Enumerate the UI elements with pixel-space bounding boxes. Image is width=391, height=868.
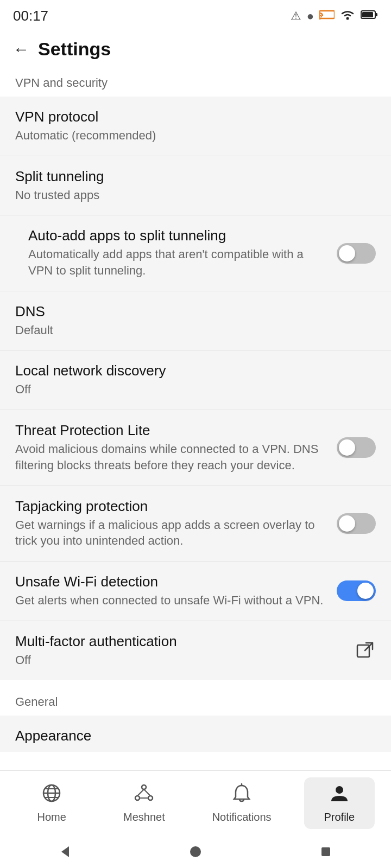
threat-protection-thumb — [339, 439, 355, 456]
auto-add-split-thumb — [339, 245, 355, 261]
nav-notifications[interactable]: Notifications — [201, 777, 282, 829]
battery-icon — [361, 9, 378, 23]
status-time: 00:17 — [13, 8, 48, 24]
threat-protection-text: Threat Protection Lite Avoid malicious d… — [15, 422, 337, 473]
split-tunneling-item[interactable]: Split tunneling No trusted apps — [0, 156, 391, 216]
vpn-protocol-item[interactable]: VPN protocol Automatic (recommended) — [0, 97, 391, 156]
local-network-title: Local network discovery — [15, 362, 367, 379]
svg-line-15 — [137, 789, 144, 796]
split-tunneling-text: Split tunneling No trusted apps — [15, 168, 376, 203]
svg-point-2 — [346, 17, 349, 20]
split-tunneling-subtitle: No trusted apps — [15, 187, 367, 203]
appearance-text: Appearance — [15, 727, 376, 746]
auto-add-split-subtitle: Automatically add apps that aren't compa… — [28, 246, 328, 278]
nav-profile-label: Profile — [324, 811, 355, 824]
mfa-title: Multi-factor authentication — [15, 633, 345, 650]
svg-point-12 — [142, 785, 146, 789]
back-button[interactable]: ← — [13, 40, 29, 59]
vpn-protocol-title: VPN protocol — [15, 108, 367, 125]
split-tunneling-title: Split tunneling — [15, 168, 367, 185]
nav-home[interactable]: Home — [16, 777, 87, 829]
alert-icon: ⚠ — [291, 9, 301, 23]
nav-meshnet[interactable]: Meshnet — [109, 777, 179, 829]
tapjacking-item[interactable]: Tapjacking protection Get warnings if a … — [0, 486, 391, 561]
sys-recent-button[interactable] — [318, 844, 334, 860]
bell-icon — [231, 783, 252, 808]
nav-profile[interactable]: Profile — [304, 777, 375, 829]
auto-add-split-item[interactable]: Auto-add apps to split tunneling Automat… — [0, 215, 391, 291]
scroll-content: VPN and security VPN protocol Automatic … — [0, 67, 391, 868]
sys-back-button[interactable] — [57, 844, 73, 860]
cast-icon — [319, 9, 335, 24]
auto-add-split-title: Auto-add apps to split tunneling — [28, 227, 328, 244]
svg-point-19 — [336, 786, 343, 794]
tapjacking-toggle[interactable] — [337, 513, 376, 534]
status-icons: ⚠ ● — [291, 9, 378, 24]
dns-item[interactable]: DNS Default — [0, 291, 391, 351]
mfa-text: Multi-factor authentication Off — [15, 633, 354, 668]
auto-add-split-toggle[interactable] — [337, 243, 376, 264]
unsafe-wifi-title: Unsafe Wi-Fi detection — [15, 573, 328, 590]
unsafe-wifi-subtitle: Get alerts when connected to unsafe Wi-F… — [15, 592, 328, 609]
threat-protection-item[interactable]: Threat Protection Lite Avoid malicious d… — [0, 410, 391, 486]
external-link-icon — [354, 640, 376, 661]
section-label-vpn: VPN and security — [0, 67, 391, 94]
page-title: Settings — [38, 39, 111, 60]
vpn-protocol-text: VPN protocol Automatic (recommended) — [15, 108, 376, 144]
threat-protection-title: Threat Protection Lite — [15, 422, 328, 439]
local-network-text: Local network discovery Off — [15, 362, 376, 398]
sys-home-button[interactable] — [187, 844, 204, 860]
section-label-general: General — [0, 686, 391, 713]
svg-rect-5 — [375, 13, 377, 16]
local-network-subtitle: Off — [15, 381, 367, 398]
tapjacking-title: Tapjacking protection — [15, 498, 328, 515]
nav-notifications-label: Notifications — [212, 811, 272, 824]
svg-rect-22 — [321, 847, 330, 856]
vpn-security-card: VPN protocol Automatic (recommended) Spl… — [0, 97, 391, 680]
status-bar: 00:17 ⚠ ● — [0, 0, 391, 29]
svg-line-16 — [144, 789, 150, 796]
wifi-icon — [340, 9, 355, 24]
unsafe-wifi-toggle[interactable] — [337, 580, 376, 601]
tapjacking-text: Tapjacking protection Get warnings if a … — [15, 498, 337, 549]
globe-icon — [41, 783, 62, 808]
unsafe-wifi-item[interactable]: Unsafe Wi-Fi detection Get alerts when c… — [0, 561, 391, 621]
threat-protection-subtitle: Avoid malicious domains while connected … — [15, 441, 328, 473]
auto-add-split-text: Auto-add apps to split tunneling Automat… — [28, 227, 337, 278]
bottom-nav: Home Meshnet Notifications — [0, 770, 391, 835]
meshnet-icon — [134, 783, 154, 808]
svg-point-13 — [135, 796, 140, 800]
dns-title: DNS — [15, 303, 367, 320]
general-card: Appearance — [0, 716, 391, 752]
nav-meshnet-label: Meshnet — [123, 811, 165, 824]
unsafe-wifi-text: Unsafe Wi-Fi detection Get alerts when c… — [15, 573, 337, 609]
appearance-item[interactable]: Appearance — [0, 716, 391, 752]
dns-subtitle: Default — [15, 322, 367, 339]
divider — [0, 682, 391, 686]
nav-home-label: Home — [37, 811, 66, 824]
svg-point-14 — [148, 796, 153, 800]
mfa-subtitle: Off — [15, 652, 345, 668]
tapjacking-thumb — [339, 515, 355, 532]
mfa-item[interactable]: Multi-factor authentication Off — [0, 621, 391, 680]
svg-rect-4 — [362, 12, 373, 17]
sys-nav — [0, 835, 391, 868]
svg-point-1 — [319, 17, 321, 20]
dns-text: DNS Default — [15, 303, 376, 339]
unsafe-wifi-thumb — [357, 583, 374, 599]
dot-icon: ● — [307, 9, 314, 23]
vpn-protocol-subtitle: Automatic (recommended) — [15, 127, 367, 144]
svg-point-21 — [190, 846, 201, 857]
svg-marker-20 — [61, 846, 69, 857]
settings-header: ← Settings — [0, 29, 391, 67]
svg-rect-6 — [357, 645, 369, 657]
appearance-title: Appearance — [15, 727, 367, 744]
threat-protection-toggle[interactable] — [337, 437, 376, 458]
local-network-item[interactable]: Local network discovery Off — [0, 350, 391, 410]
profile-icon — [329, 783, 350, 808]
tapjacking-subtitle: Get warnings if a malicious app adds a s… — [15, 517, 328, 549]
